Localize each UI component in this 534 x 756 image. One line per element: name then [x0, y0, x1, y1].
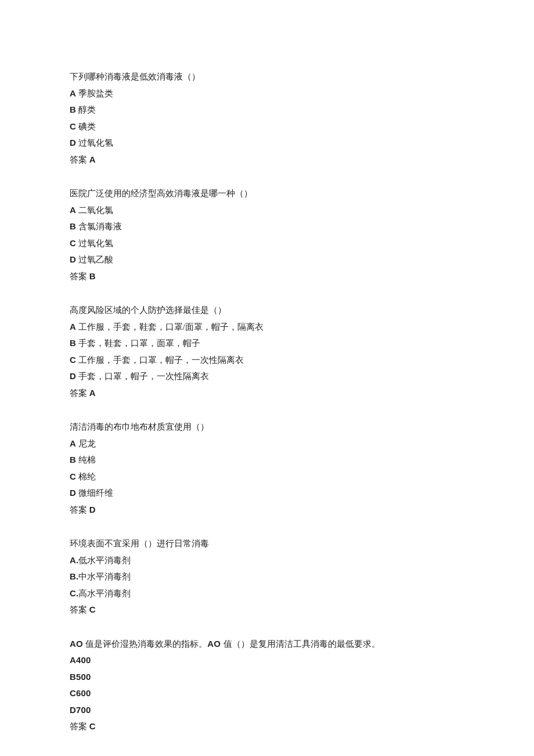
option-letter: C	[70, 471, 76, 481]
question-option: C600	[70, 685, 464, 702]
question-block: 下列哪种消毒液是低效消毒液（） A 季胺盐类 B 醇类 C 碘类 D 过氧化氢 …	[70, 69, 464, 168]
option-letter: C600	[70, 688, 91, 698]
option-letter: A400	[70, 655, 91, 665]
answer-label: 答案	[70, 388, 89, 398]
option-letter: C	[70, 121, 76, 131]
option-text: 季胺盐类	[78, 89, 113, 98]
answer-line: 答案 B	[70, 268, 464, 285]
question-option: D 过氧化氢	[70, 135, 464, 152]
option-text: 棉纶	[78, 472, 96, 481]
stem-cjk: 值（）是复用清洁工具消毒的最低要求。	[223, 639, 380, 649]
question-stem: 环境表面不宜采用（）进行日常消毒	[70, 535, 464, 552]
option-letter: A	[70, 205, 76, 215]
answer-label: 答案	[70, 505, 89, 514]
document-page: 下列哪种消毒液是低效消毒液（） A 季胺盐类 B 醇类 C 碘类 D 过氧化氢 …	[0, 0, 534, 756]
question-block: 下列哪些属于高度风险区域（） A 手术室	[70, 753, 464, 757]
option-text: 工作服，手套，鞋套，口罩/面罩，帽子，隔离衣	[78, 322, 264, 332]
answer-label: 答案	[70, 722, 89, 731]
answer-label: 答案	[70, 272, 89, 281]
question-option: C 工作服，手套，口罩，帽子，一次性隔离衣	[70, 352, 464, 369]
question-option: D700	[70, 702, 464, 719]
option-letter: B	[70, 338, 76, 348]
question-option: A 尼龙	[70, 435, 464, 452]
option-letter: D700	[70, 705, 91, 715]
option-text: 手套，鞋套，口罩，面罩，帽子	[78, 339, 200, 348]
option-letter: A	[70, 438, 76, 448]
answer-label: 答案	[70, 605, 89, 614]
stem-latin: AO	[70, 639, 85, 649]
question-block: 环境表面不宜采用（）进行日常消毒 A.低水平消毒剂 B.中水平消毒剂 C.高水平…	[70, 535, 464, 618]
question-block: AO 值是评价湿热消毒效果的指标。AO 值（）是复用清洁工具消毒的最低要求。 A…	[70, 636, 464, 735]
answer-line: 答案 C	[70, 602, 464, 618]
option-text: 碘类	[78, 122, 96, 131]
option-text: 含氯消毒液	[78, 222, 122, 231]
answer-letter: D	[89, 505, 96, 514]
option-text: 尼龙	[78, 439, 96, 448]
question-option: B 纯棉	[70, 452, 464, 469]
question-option: A 工作服，手套，鞋套，口罩/面罩，帽子，隔离衣	[70, 319, 464, 336]
option-text: 过氧化氢	[78, 239, 113, 248]
option-text: 工作服，手套，口罩，帽子，一次性隔离衣	[78, 355, 244, 365]
question-block: 医院广泛使用的经济型高效消毒液是哪一种（） A 二氧化氯 B 含氯消毒液 C 过…	[70, 185, 464, 285]
option-letter: D	[70, 488, 76, 498]
option-text: 过氧化氢	[78, 138, 113, 147]
question-option: D 微细纤维	[70, 485, 464, 502]
option-text: 高水平消毒剂	[78, 589, 131, 598]
question-option: A400	[70, 652, 464, 669]
option-text: 微细纤维	[78, 488, 113, 498]
question-option: D 过氧乙酸	[70, 251, 464, 268]
option-letter: B.	[70, 571, 78, 581]
option-letter: C	[70, 355, 76, 365]
question-stem: AO 值是评价湿热消毒效果的指标。AO 值（）是复用清洁工具消毒的最低要求。	[70, 636, 464, 653]
option-text: 中水平消毒剂	[78, 572, 131, 581]
question-option: B.中水平消毒剂	[70, 568, 464, 585]
question-option: B500	[70, 669, 464, 686]
option-text: 醇类	[78, 105, 96, 114]
answer-letter: A	[89, 154, 96, 164]
question-option: C 碘类	[70, 118, 464, 135]
option-text: 过氧乙酸	[78, 255, 113, 264]
stem-cjk: 值是评价湿热消毒效果的指标。	[85, 639, 207, 649]
answer-letter: B	[89, 271, 96, 281]
option-text: 手套，口罩，帽子，一次性隔离衣	[78, 372, 209, 381]
answer-letter: A	[89, 388, 96, 398]
question-block: 高度风险区域的个人防护选择最佳是（） A 工作服，手套，鞋套，口罩/面罩，帽子，…	[70, 302, 464, 401]
answer-line: 答案 A	[70, 152, 464, 168]
question-block: 清洁消毒的布巾地布材质宜使用（） A 尼龙 B 纯棉 C 棉纶 D 微细纤维 答…	[70, 419, 464, 518]
question-option: A.低水平消毒剂	[70, 552, 464, 569]
option-letter: B	[70, 105, 76, 114]
option-letter: A.	[70, 555, 78, 565]
stem-latin: AO	[207, 639, 223, 649]
question-option: B 手套，鞋套，口罩，面罩，帽子	[70, 335, 464, 352]
question-option: C.高水平消毒剂	[70, 585, 464, 602]
question-stem: 高度风险区域的个人防护选择最佳是（）	[70, 302, 464, 319]
question-option: A 季胺盐类	[70, 85, 464, 102]
option-letter: A	[70, 88, 76, 98]
answer-line: 答案 A	[70, 385, 464, 402]
question-stem: 医院广泛使用的经济型高效消毒液是哪一种（）	[70, 185, 464, 202]
answer-label: 答案	[70, 155, 89, 164]
question-option: A 二氧化氯	[70, 202, 464, 219]
option-letter: C	[70, 238, 76, 248]
question-option: D 手套，口罩，帽子，一次性隔离衣	[70, 368, 464, 385]
option-letter: D	[70, 138, 76, 147]
option-text: 低水平消毒剂	[78, 556, 131, 565]
question-stem: 下列哪些属于高度风险区域（）	[70, 753, 464, 757]
option-letter: B	[70, 221, 76, 231]
option-letter: A	[70, 322, 76, 332]
question-option: B 醇类	[70, 102, 464, 118]
option-text: 纯棉	[78, 455, 96, 465]
answer-line: 答案 C	[70, 718, 464, 735]
option-text: 二氧化氯	[78, 206, 113, 215]
question-option: C 过氧化氢	[70, 235, 464, 252]
answer-letter: C	[89, 721, 96, 731]
question-option: C 棉纶	[70, 469, 464, 485]
option-letter: B500	[70, 672, 91, 682]
option-letter: B	[70, 455, 76, 465]
answer-letter: C	[89, 604, 96, 614]
option-letter: D	[70, 254, 76, 264]
question-option: B 含氯消毒液	[70, 218, 464, 235]
question-stem: 清洁消毒的布巾地布材质宜使用（）	[70, 419, 464, 435]
answer-line: 答案 D	[70, 502, 464, 519]
option-letter: D	[70, 371, 76, 381]
